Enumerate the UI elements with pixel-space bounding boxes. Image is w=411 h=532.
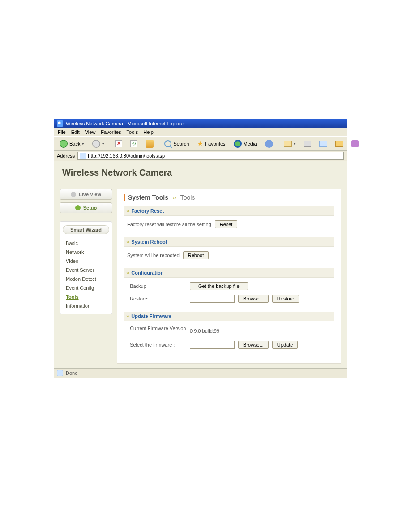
sidebar-item-basic[interactable]: ·Basic [63, 239, 109, 248]
address-label: Address [57, 153, 75, 159]
media-label: Media [244, 141, 257, 146]
live-view-button[interactable]: Live View [60, 189, 112, 200]
addressbar: Address http://192.168.0.30/admin/tools.… [54, 151, 347, 161]
chevron-down-icon: ▾ [82, 142, 84, 146]
search-icon [164, 140, 171, 147]
back-label: Back [69, 141, 80, 146]
smart-wizard-header[interactable]: Smart Wizard [63, 225, 109, 234]
sidebar-item-motion-detect[interactable]: ·Motion Detect [63, 275, 109, 283]
chevron-right-icon: ›› [173, 195, 176, 200]
folder-button[interactable] [333, 140, 346, 148]
restore-file-input[interactable] [190, 295, 235, 303]
forward-icon [92, 140, 100, 148]
firmware-file-input[interactable] [190, 341, 235, 349]
ie-logo-icon [57, 120, 63, 127]
menu-file[interactable]: File [58, 129, 66, 135]
sidebar: Live View Setup Smart Wizard ·Basic ·Net… [60, 189, 112, 364]
page-icon [80, 153, 86, 159]
window-title: Wireless Network Camera - Microsoft Inte… [66, 121, 185, 126]
get-backup-file-button[interactable]: Get the backup file [190, 282, 248, 290]
messenger-icon [351, 140, 359, 147]
ie-window: Wireless Network Camera - Microsoft Inte… [54, 119, 347, 378]
menu-tools[interactable]: Tools [127, 129, 138, 135]
menu-help[interactable]: Help [143, 129, 154, 135]
print-icon [304, 141, 311, 147]
factory-reset-text: Factory reset will restore all the setti… [127, 222, 211, 227]
section-heading: ››Factory Reset [124, 206, 334, 216]
menubar: File Edit View Favorites Tools Help [54, 128, 347, 136]
sidebar-item-event-server[interactable]: ·Event Server [63, 266, 109, 275]
setup-button[interactable]: Setup [60, 202, 112, 213]
search-button[interactable]: Search [162, 139, 192, 148]
address-input[interactable]: http://192.168.0.30/admin/tools.asp [77, 152, 344, 160]
main-content: System Tools ›› Tools ››Factory Reset Fa… [117, 189, 341, 364]
home-icon [146, 140, 154, 148]
sidebar-item-video[interactable]: ·Video [63, 257, 109, 266]
menu-favorites[interactable]: Favorites [101, 129, 121, 135]
home-button[interactable] [143, 139, 156, 149]
search-label: Search [173, 141, 189, 146]
sidebar-link: Information [66, 303, 90, 309]
star-icon: ★ [197, 139, 203, 148]
page-body: Live View Setup Smart Wizard ·Basic ·Net… [54, 184, 347, 368]
sidebar-item-information[interactable]: ·Information [63, 301, 109, 310]
restore-label: Restore: [130, 296, 149, 301]
favorites-label: Favorites [205, 141, 225, 146]
forward-button[interactable]: ▾ [90, 139, 107, 149]
section-update-firmware: ››Update Firmware · Current Firmware Ver… [124, 312, 334, 353]
menu-edit[interactable]: Edit [71, 129, 80, 135]
sidebar-link: Event Config [66, 285, 94, 291]
mail-button[interactable]: ▾ [281, 140, 299, 148]
update-button[interactable]: Update [272, 341, 298, 349]
chevron-down-icon: ▾ [102, 142, 104, 146]
back-button[interactable]: Back ▾ [57, 139, 87, 149]
stop-icon: ✕ [115, 140, 122, 147]
restore-button[interactable]: Restore [272, 295, 300, 303]
firmware-browse-button[interactable]: Browse... [238, 341, 269, 349]
discuss-button[interactable] [349, 139, 361, 148]
sidebar-link: Network [66, 249, 84, 255]
sidebar-link: Basic [66, 240, 78, 246]
sidebar-link: Tools [66, 294, 79, 300]
refresh-button[interactable]: ↻ [128, 139, 140, 148]
select-firmware-label: Select the firmware : [130, 342, 175, 348]
gear-icon [75, 205, 81, 210]
chevron-down-icon: ▾ [294, 142, 296, 146]
current-firmware-label: Current Firmware Version : [127, 326, 186, 336]
page: Wireless Network Camera Live View Setup … [54, 161, 347, 368]
sidebar-item-tools[interactable]: ·Tools [63, 292, 109, 301]
reset-button[interactable]: Reset [215, 220, 238, 228]
sidebar-link: Video [66, 258, 78, 264]
folder-icon [335, 141, 343, 147]
reboot-button[interactable]: Reboot [183, 251, 209, 259]
sidebar-item-event-config[interactable]: ·Event Config [63, 283, 109, 292]
page-title: Wireless Network Camera [62, 167, 338, 178]
breadcrumb-a: System Tools [128, 194, 168, 201]
live-view-label: Live View [79, 192, 101, 197]
section-heading: ››Update Firmware [124, 312, 334, 321]
mail-icon [284, 141, 292, 147]
favorites-button[interactable]: ★ Favorites [194, 138, 228, 149]
history-button[interactable] [262, 139, 276, 149]
section-heading: ››Configuration [124, 268, 334, 278]
media-button[interactable]: Media [231, 139, 260, 149]
system-reboot-text: System will be rebooted [127, 253, 180, 258]
breadcrumb: System Tools ›› Tools [124, 194, 334, 201]
refresh-icon: ↻ [130, 140, 137, 147]
toolbar: Back ▾ ▾ ✕ ↻ Search ★ Favorites Media ▾ [54, 136, 347, 151]
sidebar-item-network[interactable]: ·Network [63, 248, 109, 257]
browse-button[interactable]: Browse... [238, 295, 269, 303]
sidebar-menu: Smart Wizard ·Basic ·Network ·Video ·Eve… [60, 221, 112, 314]
print-button[interactable] [301, 140, 314, 148]
section-factory-reset: ››Factory Reset Factory reset will resto… [124, 206, 334, 233]
address-url: http://192.168.0.30/admin/tools.asp [88, 153, 165, 159]
section-configuration: ››Configuration · Backup Get the backup … [124, 268, 334, 307]
statusbar: Done [54, 368, 347, 378]
stop-button[interactable]: ✕ [112, 139, 125, 148]
section-heading: ››System Reboot [124, 237, 334, 247]
menu-view[interactable]: View [85, 129, 96, 135]
current-firmware-value: 0.9.0 build:99 [190, 328, 219, 334]
edit-button[interactable] [317, 140, 330, 148]
status-text: Done [66, 370, 77, 376]
sidebar-link: Event Server [66, 267, 94, 273]
